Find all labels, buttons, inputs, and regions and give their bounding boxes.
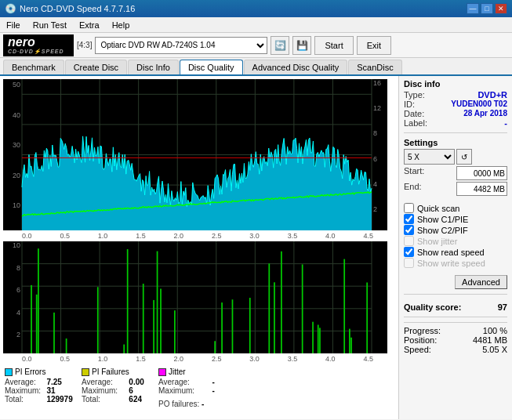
end-input[interactable] <box>456 182 507 196</box>
save-icon[interactable]: 💾 <box>292 36 311 55</box>
right-panel: Disc info Type: DVD+R ID: YUDEN000 T02 D… <box>398 76 512 419</box>
show-read-speed-label: Show read speed <box>417 248 485 257</box>
x-axis-top: 0.00.51.01.52.02.53.03.54.04.5 <box>3 232 395 240</box>
show-write-speed-row: Show write speed <box>404 258 507 268</box>
exit-button[interactable]: Exit <box>357 36 391 55</box>
title-bar-left: 💿 Nero CD-DVD Speed 4.7.7.16 <box>5 3 135 14</box>
chart-area: 0.00.51.01.52.02.53.03.54.04.5 0.00.51.0… <box>0 76 398 419</box>
jitter-label: Jitter <box>169 368 186 376</box>
menu-run-test[interactable]: Run Test <box>30 20 70 31</box>
advanced-button[interactable]: Advanced <box>455 275 507 289</box>
menu-help[interactable]: Help <box>109 20 133 31</box>
speed-row: 5 X ↺ <box>404 149 507 165</box>
toolbar: nero CD·DVD⚡SPEED [4:3] Optiarc DVD RW A… <box>0 33 512 58</box>
settings-refresh-icon[interactable]: ↺ <box>456 149 472 165</box>
end-label: End: <box>404 182 422 196</box>
position-value: 4481 MB <box>473 335 507 345</box>
tab-disc-quality[interactable]: Disc Quality <box>180 60 243 74</box>
tab-benchmark[interactable]: Benchmark <box>3 60 64 74</box>
show-read-speed-checkbox[interactable] <box>404 247 414 257</box>
divider1 <box>404 132 507 133</box>
position-row: Position: 4481 MB <box>404 335 507 345</box>
refresh-icon[interactable]: 🔄 <box>271 36 289 55</box>
show-c2-label: Show C2/PIF <box>417 226 468 235</box>
jitter-stats: Average:- Maximum:- <box>158 378 229 395</box>
disc-label-row: Label: - <box>404 118 507 128</box>
pi-failures-color <box>82 368 89 376</box>
top-chart <box>3 79 387 230</box>
show-write-speed-checkbox[interactable] <box>404 258 414 268</box>
x-axis-bottom: 0.00.51.01.52.02.53.03.54.04.5 <box>3 355 395 363</box>
menu-file[interactable]: File <box>3 20 24 31</box>
pi-failures-label: PI Failures <box>92 368 129 376</box>
drive-select[interactable]: Optiarc DVD RW AD-7240S 1.04 <box>95 37 267 54</box>
tab-create-disc[interactable]: Create Disc <box>65 60 127 74</box>
disc-date-row: Date: 28 Apr 2018 <box>404 109 507 118</box>
menu-bar: File Run Test Extra Help <box>0 17 512 33</box>
menu-extra[interactable]: Extra <box>76 20 103 31</box>
divider2 <box>404 294 507 295</box>
start-label: Start: <box>404 166 424 180</box>
top-chart-wrapper <box>3 79 395 230</box>
disc-label-label: Label: <box>404 118 427 128</box>
disc-info-section: Disc info Type: DVD+R ID: YUDEN000 T02 D… <box>404 79 507 128</box>
quick-scan-row: Quick scan <box>404 203 507 213</box>
progress-label: Progress: <box>404 326 441 335</box>
tab-scandisc[interactable]: ScanDisc <box>348 60 401 74</box>
main-content: 0.00.51.01.52.02.53.03.54.04.5 0.00.51.0… <box>0 76 512 419</box>
divider3 <box>404 317 507 317</box>
show-jitter-checkbox[interactable] <box>404 236 414 246</box>
legend-pi-errors: PI Errors Average:7.25 Maximum:31 Total:… <box>5 368 75 408</box>
disc-info-title: Disc info <box>404 79 507 89</box>
bottom-chart <box>3 241 387 353</box>
show-write-speed-label: Show write speed <box>417 259 485 268</box>
tab-disc-info[interactable]: Disc Info <box>128 60 179 74</box>
app-title: Nero CD-DVD Speed 4.7.7.16 <box>20 4 135 13</box>
disc-type-val: DVD+R <box>478 90 507 100</box>
disc-date-label: Date: <box>404 109 424 118</box>
start-button[interactable]: Start <box>314 36 353 55</box>
pi-errors-label: PI Errors <box>15 368 45 376</box>
quality-score-value: 97 <box>498 302 507 312</box>
show-c2-row: Show C2/PIF <box>404 225 507 235</box>
show-c2-checkbox[interactable] <box>404 225 414 235</box>
quick-scan-label: Quick scan <box>417 204 459 213</box>
legend-jitter: Jitter Average:- Maximum:- PO failures: … <box>158 368 229 408</box>
speed-label: Speed: <box>404 345 431 354</box>
legend-pi-failures: PI Failures Average:0.00 Maximum:6 Total… <box>82 368 152 408</box>
speed-row: Speed: 5.05 X <box>404 345 507 354</box>
start-input[interactable] <box>456 166 507 180</box>
tabs: Benchmark Create Disc Disc Info Disc Qua… <box>0 58 512 76</box>
maximize-button[interactable]: □ <box>481 3 493 14</box>
show-c1-row: Show C1/PIE <box>404 214 507 224</box>
disc-date-val: 28 Apr 2018 <box>463 109 507 118</box>
start-row: Start: <box>404 166 507 180</box>
show-read-speed-row: Show read speed <box>404 247 507 257</box>
nero-logo: nero CD·DVD⚡SPEED <box>3 34 74 56</box>
show-jitter-row: Show jitter <box>404 236 507 246</box>
disc-id-row: ID: YUDEN000 T02 <box>404 100 507 109</box>
pi-errors-color <box>5 368 13 376</box>
title-bar-controls[interactable]: — □ ✕ <box>467 3 507 14</box>
tab-advanced-disc-quality[interactable]: Advanced Disc Quality <box>244 60 348 74</box>
advanced-btn-container: Advanced <box>404 273 507 289</box>
close-button[interactable]: ✕ <box>495 3 507 14</box>
disc-id-label: ID: <box>404 100 415 109</box>
progress-value: 100 % <box>483 326 507 335</box>
show-c1-checkbox[interactable] <box>404 214 414 224</box>
quick-scan-checkbox[interactable] <box>404 203 414 213</box>
quality-score-row: Quality score: 97 <box>404 302 507 312</box>
disc-id-val: YUDEN000 T02 <box>451 100 507 109</box>
minimize-button[interactable]: — <box>467 3 479 14</box>
bottom-chart-wrapper <box>3 241 395 353</box>
jitter-color <box>158 368 166 376</box>
title-bar: 💿 Nero CD-DVD Speed 4.7.7.16 — □ ✕ <box>0 0 512 17</box>
settings-title: Settings <box>404 138 507 147</box>
progress-row: Progress: 100 % <box>404 326 507 335</box>
speed-select[interactable]: 5 X <box>404 149 455 165</box>
pi-failures-stats: Average:0.00 Maximum:6 Total:624 <box>82 378 152 404</box>
end-row: End: <box>404 182 507 196</box>
speed-value: 5.05 X <box>482 345 507 354</box>
app-icon: 💿 <box>5 3 16 14</box>
progress-section: Progress: 100 % Position: 4481 MB Speed:… <box>404 322 507 354</box>
